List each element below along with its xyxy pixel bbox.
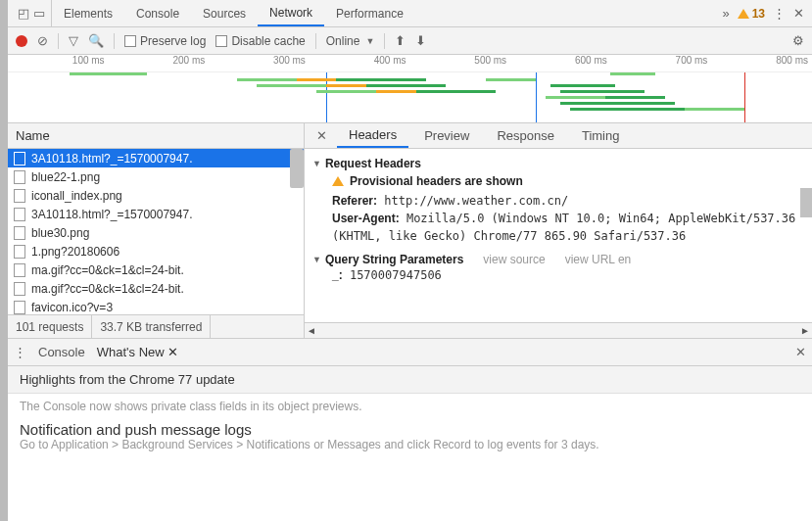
- download-har-icon[interactable]: ⬇: [415, 33, 426, 48]
- timeline-bar: [570, 108, 685, 111]
- inspect-icon[interactable]: ◰: [18, 6, 29, 21]
- subtab-response[interactable]: Response: [485, 123, 566, 148]
- warning-icon: [332, 176, 344, 186]
- drawer-tab-whatsnew[interactable]: What's New ✕: [97, 345, 179, 359]
- request-name: 3A10118.html?_=1570007947.: [31, 152, 192, 166]
- request-row[interactable]: iconall_index.png: [8, 186, 304, 205]
- record-button[interactable]: [16, 35, 27, 47]
- warnings-badge[interactable]: 13: [738, 7, 765, 21]
- dock-controls: ◰ ▭: [12, 0, 52, 26]
- file-icon: [14, 263, 25, 277]
- status-transfer: 33.7 KB transferred: [92, 315, 211, 338]
- tick-label: 500 ms: [410, 55, 511, 71]
- request-row[interactable]: blue30.png: [8, 223, 304, 242]
- request-name: 3A10118.html?_=1570007947.: [31, 208, 192, 221]
- request-row[interactable]: favicon.ico?v=3: [8, 298, 304, 314]
- drawer-tab-console[interactable]: Console: [38, 345, 85, 359]
- name-column-header[interactable]: Name: [8, 123, 304, 149]
- file-icon: [14, 226, 25, 240]
- view-source-link[interactable]: view source: [483, 253, 545, 266]
- timeline-bar: [486, 78, 536, 81]
- file-icon: [14, 245, 25, 259]
- timeline-bar: [610, 72, 655, 75]
- timeline-bar: [685, 108, 744, 111]
- query-string-section[interactable]: ▼Query String Parameters: [312, 253, 463, 266]
- drawer-body: The Console now shows private class fiel…: [8, 394, 812, 457]
- request-row[interactable]: 3A10118.html?_=1570007947.: [8, 205, 304, 223]
- filter-icon[interactable]: ▽: [69, 33, 78, 48]
- tab-console[interactable]: Console: [124, 0, 191, 26]
- timeline-bar: [257, 84, 326, 87]
- status-requests: 101 requests: [8, 315, 92, 338]
- tick-label: 700 ms: [611, 55, 712, 71]
- header-user-agent: User-Agent: Mozilla/5.0 (Windows NT 10.0…: [312, 210, 812, 245]
- search-icon[interactable]: 🔍: [88, 33, 104, 48]
- request-name: blue22-1.png: [31, 170, 100, 184]
- subtab-preview[interactable]: Preview: [412, 123, 481, 148]
- tab-elements[interactable]: Elements: [52, 0, 124, 26]
- request-row[interactable]: 3A10118.html?_=1570007947.: [8, 149, 304, 167]
- tab-performance[interactable]: Performance: [324, 0, 415, 26]
- more-tabs-icon[interactable]: »: [722, 6, 729, 21]
- scrollbar-thumb[interactable]: [290, 149, 304, 188]
- request-name: iconall_index.png: [31, 189, 122, 203]
- tick-label: 300 ms: [209, 55, 310, 71]
- request-headers-section[interactable]: ▼Request Headers: [312, 157, 812, 170]
- request-list-pane: Name 3A10118.html?_=1570007947.blue22-1.…: [8, 123, 305, 338]
- view-url-encoded-link[interactable]: view URL en: [565, 253, 632, 266]
- timeline-bar: [336, 78, 425, 81]
- subtab-headers[interactable]: Headers: [337, 123, 408, 148]
- header-referer: Referer: http://www.weather.com.cn/: [312, 192, 812, 210]
- close-detail-icon[interactable]: ✕: [310, 128, 333, 143]
- kebab-menu-icon[interactable]: ⋮: [773, 6, 786, 21]
- whatsnew-section-title: Notification and push message logs: [20, 421, 800, 438]
- timeline-bar: [550, 84, 615, 87]
- tick-label: 800 ms: [711, 55, 812, 71]
- request-row[interactable]: ma.gif?cc=0&ck=1&cl=24-bit.: [8, 279, 304, 298]
- tab-network[interactable]: Network: [258, 0, 324, 26]
- timeline-marker: [744, 72, 745, 122]
- file-icon: [14, 189, 25, 203]
- clear-icon[interactable]: ⊘: [37, 33, 48, 48]
- close-icon[interactable]: ✕: [793, 6, 804, 21]
- status-bar: 101 requests 33.7 KB transferred: [8, 314, 304, 338]
- main-tab-bar: ◰ ▭ Elements Console Sources Network Per…: [8, 0, 812, 27]
- drawer-menu-icon[interactable]: ⋮: [14, 345, 26, 359]
- settings-gear-icon[interactable]: ⚙: [792, 33, 804, 48]
- timeline-bar: [416, 90, 496, 93]
- subtab-timing[interactable]: Timing: [570, 123, 632, 148]
- timeline-bar: [546, 96, 605, 99]
- timeline-bar: [316, 90, 376, 93]
- timeline-bar: [560, 90, 645, 93]
- file-icon: [14, 282, 25, 296]
- upload-har-icon[interactable]: ⬆: [395, 33, 406, 48]
- timeline-bar: [297, 78, 337, 81]
- preserve-log-checkbox[interactable]: Preserve log: [124, 34, 206, 48]
- whatsnew-line: Go to Application > Background Services …: [20, 438, 800, 451]
- file-icon: [14, 301, 25, 314]
- request-name: favicon.ico?v=3: [31, 301, 113, 314]
- timeline-overview[interactable]: 100 ms 200 ms 300 ms 400 ms 500 ms 600 m…: [8, 55, 812, 123]
- file-icon: [14, 152, 25, 166]
- request-row[interactable]: ma.gif?cc=0&ck=1&cl=24-bit.: [8, 260, 304, 279]
- timeline-bar: [376, 90, 416, 93]
- timeline-bar: [560, 102, 675, 105]
- request-row[interactable]: blue22-1.png: [8, 167, 304, 186]
- disable-cache-checkbox[interactable]: Disable cache: [215, 34, 305, 48]
- scrollbar-thumb[interactable]: [800, 188, 812, 217]
- timeline-marker: [536, 72, 537, 122]
- provisional-warning: Provisional headers are shown: [312, 174, 812, 188]
- throttling-select[interactable]: Online▼: [326, 34, 375, 48]
- qsp-entry: _: 1570007947506: [312, 266, 812, 284]
- whatsnew-highlight: Highlights from the Chrome 77 update: [8, 366, 812, 394]
- drawer-close-icon[interactable]: ✕: [795, 345, 806, 359]
- request-list: 3A10118.html?_=1570007947.blue22-1.pngic…: [8, 149, 304, 314]
- request-row[interactable]: 1.png?20180606: [8, 242, 304, 260]
- horizontal-scrollbar[interactable]: ◄►: [305, 322, 812, 338]
- timeline-bar: [70, 72, 147, 75]
- device-toggle-icon[interactable]: ▭: [33, 6, 45, 21]
- tick-label: 200 ms: [109, 55, 210, 71]
- tab-sources[interactable]: Sources: [191, 0, 258, 26]
- file-icon: [14, 170, 25, 184]
- file-icon: [14, 208, 25, 221]
